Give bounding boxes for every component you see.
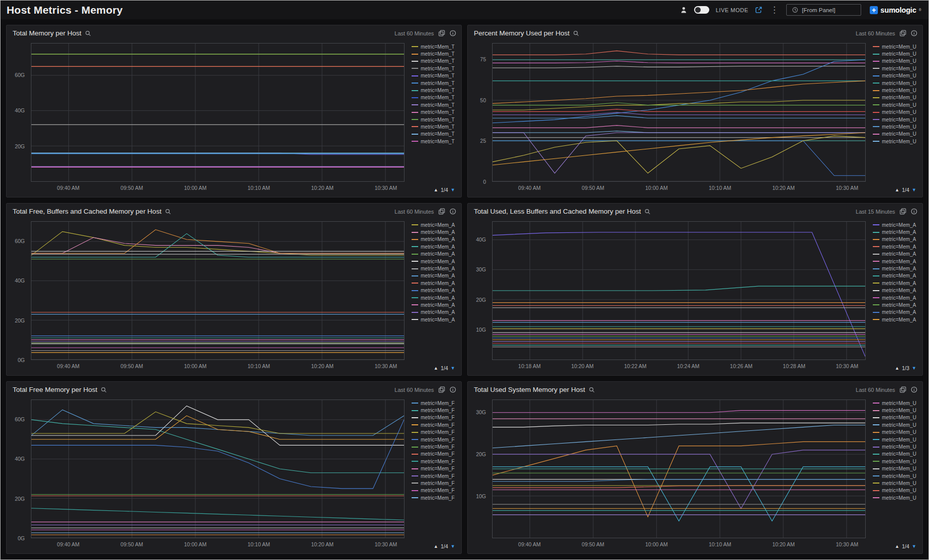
legend-item[interactable]: metric=Mem_T [412, 123, 458, 130]
legend-item[interactable]: metric=Mem_U [873, 421, 919, 428]
legend-item[interactable]: metric=Mem_A [412, 287, 458, 294]
legend-item[interactable]: metric=Mem_U [873, 458, 919, 465]
legend-item[interactable]: metric=Mem_A [873, 287, 919, 294]
legend-item[interactable]: metric=Mem_A [412, 228, 458, 235]
zoom-icon[interactable] [101, 387, 107, 393]
zoom-icon[interactable] [644, 209, 651, 215]
legend-item[interactable]: metric=Mem_U [873, 494, 919, 501]
legend-item[interactable]: metric=Mem_U [873, 58, 919, 65]
time-range-label[interactable]: Last 60 Minutes [856, 30, 895, 36]
zoom-icon[interactable] [165, 209, 171, 215]
copy-panel-icon[interactable] [438, 30, 445, 36]
legend-item[interactable]: metric=Mem_T [412, 43, 458, 50]
legend-item[interactable]: metric=Mem_A [873, 272, 919, 279]
legend-item[interactable]: metric=Mem_U [873, 414, 919, 421]
legend-item[interactable]: metric=Mem_T [412, 131, 458, 138]
info-icon[interactable] [911, 30, 917, 36]
legend-item[interactable]: metric=Mem_U [873, 94, 919, 101]
legend-page-down-icon[interactable]: ▼ [912, 187, 916, 192]
share-icon[interactable] [755, 6, 762, 14]
legend-item[interactable]: metric=Mem_A [873, 301, 919, 308]
legend-page-up-icon[interactable]: ▲ [434, 366, 438, 371]
legend-item[interactable]: metric=Mem_T [412, 87, 458, 94]
legend-item[interactable]: metric=Mem_U [873, 472, 919, 479]
info-icon[interactable] [450, 386, 456, 393]
legend-item[interactable]: metric=Mem_A [873, 228, 919, 235]
legend-item[interactable]: metric=Mem_A [412, 279, 458, 287]
legend-item[interactable]: metric=Mem_T [412, 72, 458, 79]
legend-item[interactable]: metric=Mem_U [873, 79, 919, 87]
info-icon[interactable] [450, 208, 456, 215]
more-menu-icon[interactable]: ⋮ [769, 6, 780, 14]
legend-item[interactable]: metric=Mem_A [873, 309, 919, 316]
legend-item[interactable]: metric=Mem_A [412, 316, 458, 323]
legend-item[interactable]: metric=Mem_U [873, 138, 919, 145]
legend-item[interactable]: metric=Mem_F [412, 399, 458, 407]
chart-area[interactable]: 60G40G20G0G 09:40 AM09:50 AM10:00 AM10:1… [9, 395, 408, 551]
legend-item[interactable]: metric=Mem_A [412, 309, 458, 316]
chart-area[interactable]: 30G20G10G 09:40 AM09:50 AM10:00 AM10:10 … [470, 395, 869, 551]
legend-item[interactable]: metric=Mem_A [873, 258, 919, 265]
legend-item[interactable]: metric=Mem_F [412, 407, 458, 414]
legend-item[interactable]: metric=Mem_A [412, 251, 458, 258]
legend-item[interactable]: metric=Mem_F [412, 429, 458, 436]
legend-page-down-icon[interactable]: ▼ [451, 544, 455, 549]
copy-panel-icon[interactable] [900, 208, 906, 215]
legend-item[interactable]: metric=Mem_T [412, 101, 458, 108]
legend-item[interactable]: metric=Mem_A [412, 236, 458, 243]
legend-page-up-icon[interactable]: ▲ [434, 187, 438, 192]
legend-item[interactable]: metric=Mem_F [412, 421, 458, 428]
copy-panel-icon[interactable] [438, 208, 445, 215]
user-icon[interactable] [680, 6, 688, 14]
legend-item[interactable]: metric=Mem_U [873, 436, 919, 443]
legend-item[interactable]: metric=Mem_U [873, 487, 919, 494]
legend-item[interactable]: metric=Mem_T [412, 116, 458, 123]
legend-item[interactable]: metric=Mem_A [873, 221, 919, 228]
legend-page-down-icon[interactable]: ▼ [451, 187, 455, 192]
zoom-icon[interactable] [573, 30, 579, 36]
chart-area[interactable]: 40G30G20G10G 10:18 AM10:20 AM10:22 AM10:… [470, 217, 869, 373]
live-mode-toggle[interactable] [694, 6, 709, 14]
legend-item[interactable]: metric=Mem_A [873, 243, 919, 250]
zoom-icon[interactable] [85, 30, 91, 36]
legend-item[interactable]: metric=Mem_U [873, 429, 919, 436]
legend-item[interactable]: metric=Mem_T [412, 58, 458, 65]
legend-item[interactable]: metric=Mem_F [412, 487, 458, 494]
time-range-label[interactable]: Last 15 Minutes [856, 209, 895, 215]
legend-page-up-icon[interactable]: ▲ [895, 544, 900, 549]
legend-item[interactable]: metric=Mem_U [873, 465, 919, 472]
chart-area[interactable]: 7550250 09:40 AM09:50 AM10:00 AM10:10 AM… [470, 39, 869, 195]
legend-item[interactable]: metric=Mem_U [873, 50, 919, 57]
legend-item[interactable]: metric=Mem_T [412, 94, 458, 101]
legend-item[interactable]: metric=Mem_U [873, 131, 919, 138]
legend-item[interactable]: metric=Mem_T [412, 65, 458, 72]
legend-item[interactable]: metric=Mem_U [873, 451, 919, 458]
legend-item[interactable]: metric=Mem_U [873, 443, 919, 450]
legend-item[interactable]: metric=Mem_F [412, 436, 458, 443]
legend-item[interactable]: metric=Mem_U [873, 407, 919, 414]
legend-item[interactable]: metric=Mem_T [412, 109, 458, 116]
time-range-label[interactable]: Last 60 Minutes [394, 30, 434, 36]
legend-item[interactable]: metric=Mem_A [412, 221, 458, 228]
time-range-label[interactable]: Last 60 Minutes [394, 387, 434, 393]
legend-item[interactable]: metric=Mem_U [873, 87, 919, 94]
legend-item[interactable]: metric=Mem_U [873, 43, 919, 50]
legend-item[interactable]: metric=Mem_F [412, 414, 458, 421]
legend-page-up-icon[interactable]: ▲ [434, 544, 438, 549]
legend-page-down-icon[interactable]: ▼ [912, 366, 916, 371]
legend-item[interactable]: metric=Mem_U [873, 123, 919, 130]
info-icon[interactable] [911, 386, 917, 393]
copy-panel-icon[interactable] [438, 386, 445, 393]
legend-item[interactable]: metric=Mem_A [873, 265, 919, 272]
zoom-icon[interactable] [589, 387, 595, 393]
legend-item[interactable]: metric=Mem_A [412, 265, 458, 272]
legend-item[interactable]: metric=Mem_U [873, 399, 919, 407]
legend-item[interactable]: metric=Mem_A [873, 294, 919, 301]
legend-item[interactable]: metric=Mem_A [412, 301, 458, 308]
info-icon[interactable] [911, 208, 917, 215]
legend-item[interactable]: metric=Mem_U [873, 65, 919, 72]
info-icon[interactable] [450, 30, 456, 36]
copy-panel-icon[interactable] [900, 30, 906, 36]
legend-item[interactable]: metric=Mem_F [412, 443, 458, 450]
chart-area[interactable]: 60G40G20G0G 09:40 AM09:50 AM10:00 AM10:1… [9, 217, 408, 373]
